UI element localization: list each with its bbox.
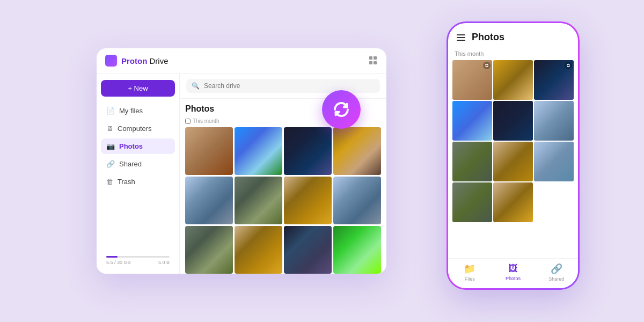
mobile-photo-4[interactable] <box>452 101 492 141</box>
hamburger-menu[interactable] <box>457 34 465 41</box>
mobile-title: Photos <box>472 32 504 43</box>
logo-icon <box>105 55 117 67</box>
shared-nav-label: Shared <box>548 276 564 282</box>
search-input-wrap[interactable]: 🔍 <box>186 79 380 93</box>
my-files-icon: 📄 <box>106 107 115 115</box>
photo-7[interactable] <box>284 177 332 224</box>
computers-label: Computers <box>118 125 152 133</box>
photo-12[interactable] <box>333 226 381 274</box>
mobile-photo-grid <box>452 60 574 222</box>
mobile-photo-5[interactable] <box>493 101 533 141</box>
files-nav-label: Files <box>465 276 475 282</box>
mobile-header: Photos <box>448 23 578 47</box>
logo-text: Proton Drive <box>121 56 169 65</box>
files-nav-icon: 📁 <box>464 263 475 275</box>
mobile-photo-3[interactable] <box>534 60 574 100</box>
sync-button[interactable] <box>322 90 361 129</box>
photos-icon: 📷 <box>106 142 115 150</box>
mobile-photo-6[interactable] <box>534 101 574 141</box>
mobile-photo-11[interactable] <box>493 182 533 222</box>
mobile-photo-1[interactable] <box>452 60 492 100</box>
desktop-photo-grid <box>185 127 381 274</box>
mobile-month-label: This month <box>455 50 572 57</box>
app-header: Proton Drive <box>97 48 386 74</box>
this-month-text: This month <box>193 118 219 124</box>
photo-4[interactable] <box>333 127 381 175</box>
logo-brand: Proton <box>121 56 147 65</box>
storage-free: 5.0 B <box>158 260 170 265</box>
photo-10[interactable] <box>235 226 282 274</box>
photos-label: Photos <box>119 142 143 150</box>
desktop-app: Proton Drive + New 📄 My files 🖥 Computer… <box>97 48 386 274</box>
sidebar-item-shared[interactable]: 🔗 Shared <box>101 156 175 172</box>
photos-section: Photos This month <box>180 99 386 274</box>
storage-bar-bg <box>106 256 170 258</box>
photo-3[interactable] <box>284 127 332 175</box>
mobile-photo-8[interactable] <box>493 142 533 181</box>
mobile-photo-2[interactable] <box>493 60 533 100</box>
my-files-label: My files <box>119 107 143 115</box>
trash-icon: 🗑 <box>106 178 113 186</box>
new-button[interactable]: + New <box>101 80 175 97</box>
nav-photos[interactable]: 🖼 Photos <box>492 263 535 282</box>
sidebar-item-computers[interactable]: 🖥 Computers <box>101 121 175 136</box>
photos-nav-icon: 🖼 <box>508 263 518 274</box>
search-input[interactable] <box>204 82 375 90</box>
photo-5[interactable] <box>185 177 233 224</box>
trash-label: Trash <box>118 178 135 186</box>
storage-text: 5.5 / 30 GB 5.0 B <box>106 260 170 265</box>
storage-bar-fill <box>106 256 118 258</box>
nav-shared[interactable]: 🔗 Shared <box>535 263 578 282</box>
grid-view-icon[interactable] <box>369 56 378 65</box>
mobile-photos-section: This month <box>448 47 578 258</box>
photo-8[interactable] <box>333 177 381 224</box>
app-logo: Proton Drive <box>105 55 169 67</box>
storage-indicator: 5.5 / 30 GB 5.0 B <box>101 252 175 267</box>
photo-9[interactable] <box>185 226 233 274</box>
mobile-photo-7[interactable] <box>452 142 492 181</box>
storage-used: 5.5 / 30 GB <box>106 260 131 265</box>
logo-product: Drive <box>150 56 169 65</box>
search-icon: 🔍 <box>192 82 200 90</box>
this-month-checkbox[interactable] <box>185 119 191 124</box>
computers-icon: 🖥 <box>106 125 113 133</box>
sidebar-item-photos[interactable]: 📷 Photos <box>101 138 175 154</box>
photo-2[interactable] <box>235 127 282 175</box>
photo-6[interactable] <box>235 177 282 224</box>
sidebar-item-trash[interactable]: 🗑 Trash <box>101 174 175 189</box>
shared-nav-icon: 🔗 <box>551 263 562 275</box>
mobile-bottom-nav: 📁 Files 🖼 Photos 🔗 Shared <box>448 258 578 288</box>
sidebar: + New 📄 My files 🖥 Computers 📷 Photos 🔗 … <box>97 74 180 274</box>
search-bar: 🔍 <box>180 74 386 99</box>
photo-1[interactable] <box>185 127 233 175</box>
mobile-photo-10[interactable] <box>452 182 492 222</box>
mobile-app: Photos This month <box>447 21 580 290</box>
photo-11[interactable] <box>284 226 332 274</box>
shared-label: Shared <box>119 160 142 168</box>
shared-icon: 🔗 <box>106 160 115 168</box>
sidebar-item-my-files[interactable]: 📄 My files <box>101 103 175 119</box>
photos-nav-label: Photos <box>506 276 521 281</box>
mobile-inner: Photos This month <box>448 23 578 288</box>
mobile-photo-9[interactable] <box>534 142 574 181</box>
nav-files[interactable]: 📁 Files <box>448 263 492 282</box>
